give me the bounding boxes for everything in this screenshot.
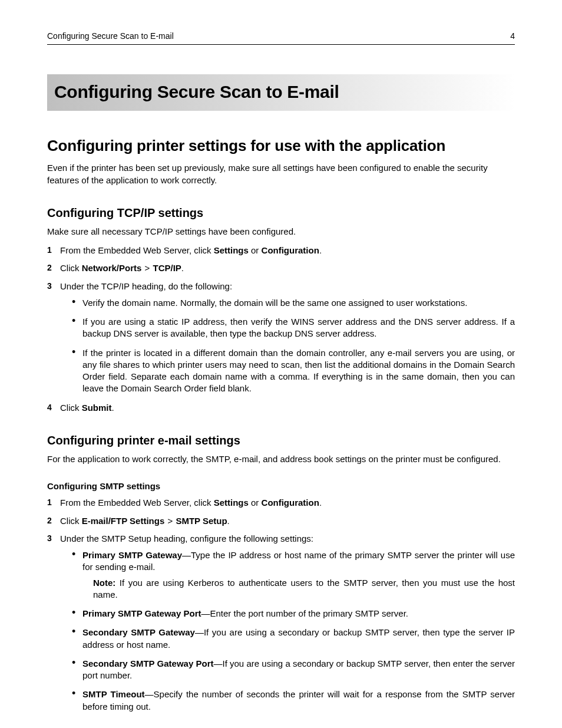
page-title: Configuring Secure Scan to E-mail <box>47 74 515 111</box>
text: From the Embedded Web Server, click <box>60 245 214 255</box>
bold-text: Configuration <box>262 498 319 508</box>
bullet-item: Secondary SMTP Gateway—If you are using … <box>72 627 515 651</box>
step-item: 2 Click E‑mail/FTP Settings > SMTP Setup… <box>47 515 515 527</box>
bullet-item: Primary SMTP Gateway—Type the IP address… <box>72 549 515 601</box>
chevron: > <box>167 516 173 526</box>
step-text: Click E‑mail/FTP Settings > SMTP Setup. <box>60 516 230 526</box>
text: Click <box>60 263 82 273</box>
intro-paragraph: Even if the printer has been set up prev… <box>47 162 515 186</box>
bullet-text: Verify the domain name. Normally, the do… <box>82 298 467 308</box>
tcpip-steps: 1 From the Embedded Web Server, click Se… <box>47 245 515 414</box>
step-number: 2 <box>47 262 52 274</box>
step-text: From the Embedded Web Server, click Sett… <box>60 245 322 255</box>
text: . <box>181 263 184 273</box>
bold-text: Primary SMTP Gateway Port <box>82 608 201 618</box>
tcpip-intro: Make sure all necessary TCP/IP settings … <box>47 226 515 238</box>
step-number: 3 <box>47 533 52 544</box>
smtp-steps: 1 From the Embedded Web Server, click Se… <box>47 497 515 713</box>
text: . <box>112 403 114 413</box>
step-number: 2 <box>47 515 52 526</box>
bullet-text: —Specify the number of seconds the print… <box>82 689 515 711</box>
running-header: Configuring Secure Scan to E-mail 4 <box>47 31 515 45</box>
step-number: 3 <box>47 281 52 292</box>
step-text: Click Submit. <box>60 403 114 413</box>
bullet-text: —Enter the port number of the primary SM… <box>201 608 408 618</box>
document-page: Configuring Secure Scan to E-mail 4 Conf… <box>0 0 562 728</box>
bold-text: E‑mail/FTP Settings <box>82 516 165 526</box>
bullet-item: If you are using a static IP address, th… <box>72 316 515 340</box>
text: or <box>249 498 262 508</box>
step-item: 3 Under the TCP/IP heading, do the follo… <box>47 281 515 395</box>
heading-smtp: Configuring SMTP settings <box>47 480 515 492</box>
bold-text: Secondary SMTP Gateway <box>82 627 195 637</box>
bullet-item: Primary SMTP Gateway Port—Enter the port… <box>72 608 515 620</box>
step-item: 1 From the Embedded Web Server, click Se… <box>47 497 515 509</box>
chevron-icon: > <box>141 263 153 273</box>
bullet-item: Secondary SMTP Gateway Port—If you are u… <box>72 658 515 682</box>
email-intro: For the application to work correctly, t… <box>47 453 515 465</box>
bold-text: Configuration <box>262 245 319 255</box>
note-label: Note: <box>93 578 115 588</box>
bullet-text: If the printer is located in a different… <box>82 348 515 394</box>
bold-text: Network/Ports <box>82 263 142 273</box>
step-text: Click Network/Ports > TCP/IP. <box>60 263 184 273</box>
note: Note: If you are using Kerberos to authe… <box>93 577 515 601</box>
heading-tcpip: Configuring TCP/IP settings <box>47 205 515 221</box>
heading-email-settings: Configuring printer e‑mail settings <box>47 433 515 449</box>
bullet-item: SMTP Timeout—Specify the number of secon… <box>72 689 515 713</box>
step-item: 3 Under the SMTP Setup heading, configur… <box>47 533 515 713</box>
bold-text: Secondary SMTP Gateway Port <box>82 658 213 668</box>
step-number: 4 <box>47 402 52 413</box>
bold-text: SMTP Timeout <box>82 689 145 699</box>
bold-text: Primary SMTP Gateway <box>82 550 182 560</box>
bold-text: Submit <box>82 403 112 413</box>
bold-text: Settings <box>214 245 249 255</box>
step-text: Under the SMTP Setup heading, configure … <box>60 533 313 543</box>
section-heading-printer-settings: Configuring printer settings for use wit… <box>47 136 515 156</box>
chevron-icon: > <box>164 516 176 526</box>
header-title: Configuring Secure Scan to E-mail <box>47 31 174 42</box>
step-number: 1 <box>47 497 52 508</box>
bullet-item: Verify the domain name. Normally, the do… <box>72 297 515 309</box>
bold-text: TCP/IP <box>153 263 181 273</box>
chevron: > <box>145 263 150 273</box>
text: . <box>319 498 322 508</box>
step-item: 1 From the Embedded Web Server, click Se… <box>47 245 515 256</box>
step-number: 1 <box>47 245 52 256</box>
text: From the Embedded Web Server, click <box>60 498 214 508</box>
note-text: If you are using Kerberos to authenticat… <box>93 578 515 599</box>
step-text: From the Embedded Web Server, click Sett… <box>60 498 322 508</box>
text: . <box>227 516 230 526</box>
text: or <box>249 245 262 255</box>
text: Click <box>60 516 82 526</box>
bold-text: Settings <box>214 498 249 508</box>
tcpip-bullets: Verify the domain name. Normally, the do… <box>72 297 515 395</box>
text: Click <box>60 403 82 413</box>
step-item: 4 Click Submit. <box>47 402 515 414</box>
page-number: 4 <box>510 31 515 42</box>
smtp-bullets: Primary SMTP Gateway—Type the IP address… <box>72 549 515 713</box>
bullet-item: If the printer is located in a different… <box>72 347 515 395</box>
text: . <box>319 245 322 255</box>
step-item: 2 Click Network/Ports > TCP/IP. <box>47 262 515 274</box>
bullet-text: If you are using a static IP address, th… <box>82 317 515 338</box>
bold-text: SMTP Setup <box>176 516 227 526</box>
step-text: Under the TCP/IP heading, do the followi… <box>60 281 232 291</box>
